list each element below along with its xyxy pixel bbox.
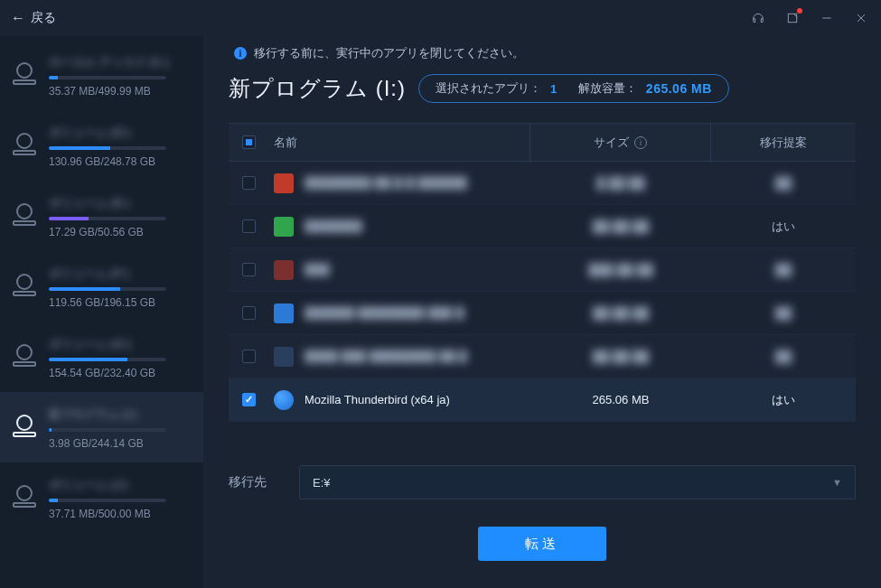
back-label: 戻る	[31, 10, 56, 26]
row-checkbox[interactable]	[242, 393, 256, 406]
chevron-down-icon: ▼	[832, 477, 842, 488]
app-name-cell: ███████	[268, 217, 530, 237]
table-row[interactable]: ███████ ██.██ ██ はい	[229, 205, 856, 248]
drive-size: 37.71 MB/500.00 MB	[49, 508, 192, 520]
svg-point-14	[17, 415, 32, 430]
drive-item[interactable]: ボリューム (G:) 154.54 GB/232.40 GB	[0, 322, 203, 392]
destination-row: 移行先 E:¥ ▼	[229, 465, 856, 499]
drive-info: ボリューム (E:) 17.29 GB/50.56 GB	[49, 195, 192, 238]
drive-icon	[9, 195, 40, 226]
drive-size: 35.37 MB/499.99 MB	[49, 85, 192, 98]
col-name[interactable]: 名前	[268, 124, 530, 161]
drive-info: ボリューム (J:) 37.71 MB/500.00 MB	[49, 477, 192, 520]
support-icon[interactable]	[749, 9, 767, 27]
drive-usage-bar	[49, 499, 166, 502]
table-row[interactable]: ███ ███.██ ██ ██	[229, 248, 856, 292]
minimize-button[interactable]	[818, 9, 836, 27]
drive-icon	[9, 336, 40, 367]
summary-pill: 選択されたアプリ： 1 解放容量： 265.06 MB	[418, 74, 729, 103]
drive-name: 新プログラム (I:)	[49, 406, 192, 423]
app-icon	[274, 173, 294, 193]
drive-name: ボリューム (E:)	[49, 195, 192, 211]
titlebar: ← 戻る	[0, 0, 881, 36]
col-suggest[interactable]: 移行提案	[711, 135, 856, 151]
drive-name: ボリューム (G:)	[49, 336, 192, 352]
app-suggest: ██	[711, 350, 856, 363]
app-name-cell: ████████ ██.█.█ ██████	[268, 173, 530, 193]
drive-size: 119.56 GB/196.15 GB	[49, 296, 192, 309]
drive-item[interactable]: ボリューム (J:) 37.71 MB/500.00 MB	[0, 462, 203, 533]
drive-info: ボリューム (G:) 154.54 GB/232.40 GB	[49, 336, 192, 379]
window-controls	[749, 9, 870, 27]
drive-size: 130.96 GB/248.78 GB	[49, 155, 192, 168]
drive-usage-bar	[49, 76, 166, 79]
destination-select[interactable]: E:¥ ▼	[299, 465, 856, 499]
app-table: 名前 サイズ i 移行提案 ████████ ██.█.█ ██████ █.█…	[229, 123, 856, 422]
svg-point-6	[17, 134, 32, 148]
row-checkbox[interactable]	[242, 350, 256, 363]
page-title: 新プログラム (I:)	[229, 74, 406, 103]
size-info-icon[interactable]: i	[634, 136, 647, 149]
drive-sidebar: ローカル ディスク (C:) 35.37 MB/499.99 MB ボリューム …	[0, 36, 203, 588]
svg-rect-5	[14, 80, 35, 84]
drive-usage-bar	[49, 358, 166, 361]
drive-item[interactable]: ボリューム (F:) 119.56 GB/196.15 GB	[0, 251, 203, 322]
table-row[interactable]: ████████ ██.█.█ ██████ █.██ ██ ██	[229, 162, 856, 205]
selected-label: 選択されたアプリ：	[436, 80, 541, 97]
app-size: ██.██ ██	[530, 219, 711, 233]
notice-bar: i 移行する前に、実行中のアプリを閉じてください。	[229, 36, 856, 74]
app-size: 265.06 MB	[530, 393, 711, 406]
destination-value: E:¥	[313, 476, 331, 490]
table-header: 名前 サイズ i 移行提案	[229, 124, 856, 162]
drive-icon	[9, 266, 40, 296]
select-all-checkbox[interactable]	[242, 135, 256, 149]
drive-size: 154.54 GB/232.40 GB	[49, 367, 192, 379]
app-size: ███.██ ██	[530, 263, 711, 276]
table-row[interactable]: ██████ ████████ ███ █ ██.██ ██ ██	[229, 292, 856, 335]
close-button[interactable]	[852, 9, 870, 27]
app-size: ██.██ ██	[530, 306, 711, 320]
free-label: 解放容量：	[578, 80, 637, 97]
app-name: ███	[305, 263, 330, 276]
drive-usage-bar	[49, 287, 166, 291]
svg-point-10	[17, 275, 32, 289]
drive-usage-bar	[49, 217, 166, 220]
app-suggest: はい	[711, 392, 856, 408]
drive-item[interactable]: ボリューム (D:) 130.96 GB/248.78 GB	[0, 110, 203, 181]
transfer-button[interactable]: 転送	[478, 527, 606, 561]
drive-info: 新プログラム (I:) 3.98 GB/244.14 GB	[49, 406, 192, 450]
table-row[interactable]: ████ ███ ████████ ██.█ ██.██ ██ ██	[229, 335, 856, 378]
drive-info: ボリューム (F:) 119.56 GB/196.15 GB	[49, 266, 192, 309]
row-checkbox[interactable]	[242, 219, 256, 233]
drive-item[interactable]: ボリューム (E:) 17.29 GB/50.56 GB	[0, 181, 203, 251]
app-name-cell: Mozilla Thunderbird (x64 ja)	[268, 390, 530, 410]
row-checkbox[interactable]	[242, 176, 256, 190]
drive-item[interactable]: ローカル ディスク (C:) 35.37 MB/499.99 MB	[0, 40, 203, 110]
svg-point-12	[17, 345, 32, 359]
drive-usage-bar	[49, 146, 166, 150]
drive-icon	[9, 54, 40, 85]
svg-rect-17	[14, 503, 35, 507]
svg-rect-11	[14, 292, 35, 295]
notification-icon[interactable]	[783, 9, 801, 27]
drive-name: ボリューム (J:)	[49, 477, 192, 493]
footer: 転送	[229, 499, 856, 577]
col-size[interactable]: サイズ i	[530, 124, 711, 161]
table-row[interactable]: Mozilla Thunderbird (x64 ja) 265.06 MB は…	[229, 378, 856, 422]
row-checkbox[interactable]	[242, 306, 256, 320]
drive-size: 17.29 GB/50.56 GB	[49, 226, 192, 238]
drive-name: ローカル ディスク (C:)	[49, 54, 192, 70]
svg-rect-9	[14, 221, 35, 225]
back-button[interactable]: ← 戻る	[11, 10, 56, 26]
drive-item[interactable]: 新プログラム (I:) 3.98 GB/244.14 GB	[0, 392, 203, 462]
app-icon	[274, 260, 294, 280]
drive-info: ローカル ディスク (C:) 35.37 MB/499.99 MB	[49, 54, 192, 98]
app-name: ██████ ████████ ███ █	[305, 306, 464, 320]
app-name: ███████	[305, 219, 362, 233]
svg-point-4	[17, 63, 32, 78]
app-name-cell: ██████ ████████ ███ █	[268, 303, 530, 323]
drive-info: ボリューム (D:) 130.96 GB/248.78 GB	[49, 125, 192, 168]
app-suggest: ██	[711, 306, 856, 320]
row-checkbox[interactable]	[242, 263, 256, 276]
drive-name: ボリューム (F:)	[49, 266, 192, 282]
